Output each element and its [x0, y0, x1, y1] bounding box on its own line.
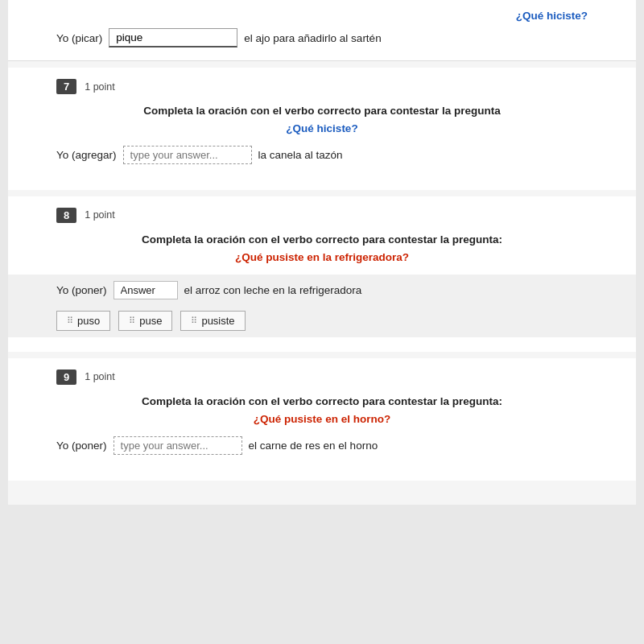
question-8-label: Yo (poner) [56, 284, 107, 296]
question-8-suffix: el arroz con leche en la refrigeradora [184, 284, 362, 296]
question-8-prompt: ¿Qué pusiste en la refrigeradora? [56, 251, 588, 263]
drag-handle-puse: ⠿ [129, 316, 135, 326]
top-answer-row: Yo (picar) el ajo para añadirlo al sarté… [56, 28, 588, 47]
question-9-label: Yo (poner) [56, 440, 107, 452]
question-7-section: 7 1 point Completa la oración con el ver… [8, 68, 636, 190]
question-9-points: 1 point [85, 371, 115, 382]
question-8-badge: 8 [56, 208, 76, 223]
question-9-prompt: ¿Qué pusiste en el horno? [56, 413, 588, 425]
question-8-options: ⠿ puso ⠿ puse ⠿ pusiste [56, 311, 588, 331]
question-9-number-bar: 9 1 point [56, 369, 588, 385]
question-7-label: Yo (agregar) [56, 149, 117, 161]
top-answer-input[interactable] [109, 28, 237, 47]
question-8-points: 1 point [85, 209, 115, 221]
question-7-points: 1 point [85, 81, 115, 93]
top-section: ¿Qué hiciste? Yo (picar) el ajo para aña… [8, 0, 636, 61]
question-9-section: 9 1 point Completa la oración con el ver… [8, 358, 636, 481]
question-9-input[interactable] [114, 436, 242, 455]
drag-handle-puso: ⠿ [67, 316, 73, 326]
top-suffix-text: el ajo para añadirlo al sartén [244, 32, 381, 44]
top-header: ¿Qué hiciste? [56, 10, 588, 22]
option-puso-label: puso [77, 315, 100, 327]
question-9-suffix: el carne de res en el horno [249, 440, 378, 452]
question-8-number-bar: 8 1 point [56, 208, 588, 223]
question-8-body: Completa la oración con el verbo correct… [56, 233, 588, 337]
drag-handle-pusiste: ⠿ [191, 316, 197, 326]
option-pusiste[interactable]: ⠿ pusiste [180, 311, 245, 331]
option-puse[interactable]: ⠿ puse [118, 311, 172, 331]
option-puso[interactable]: ⠿ puso [56, 311, 110, 331]
top-label: Yo (picar) [56, 32, 102, 44]
option-pusiste-label: pusiste [201, 315, 234, 327]
question-8-instruction: Completa la oración con el verbo correct… [56, 233, 588, 248]
question-7-number-bar: 7 1 point [56, 79, 588, 94]
question-9-response-row: Yo (poner) el carne de res en el horno [56, 436, 588, 455]
question-7-body: Completa la oración con el verbo correct… [56, 104, 588, 164]
question-9-instruction: Completa la oración con el verbo correct… [56, 394, 588, 410]
question-7-instruction: Completa la oración con el verbo correct… [56, 104, 588, 119]
option-puse-label: puse [139, 315, 162, 327]
question-7-suffix: la canela al tazón [258, 149, 343, 161]
question-8-input[interactable] [114, 281, 178, 299]
question-8-response-row: Yo (poner) el arroz con leche en la refr… [56, 281, 588, 299]
question-9-badge: 9 [56, 369, 76, 385]
question-8-section: 8 1 point Completa la oración con el ver… [8, 196, 636, 352]
question-7-input[interactable] [123, 146, 252, 164]
question-7-prompt: ¿Qué hiciste? [56, 122, 588, 134]
question-7-badge: 7 [56, 79, 76, 94]
question-9-body: Completa la oración con el verbo correct… [56, 394, 588, 455]
question-7-response-row: Yo (agregar) la canela al tazón [56, 146, 588, 164]
question-8-highlighted-row: Yo (poner) el arroz con leche en la refr… [8, 275, 636, 337]
